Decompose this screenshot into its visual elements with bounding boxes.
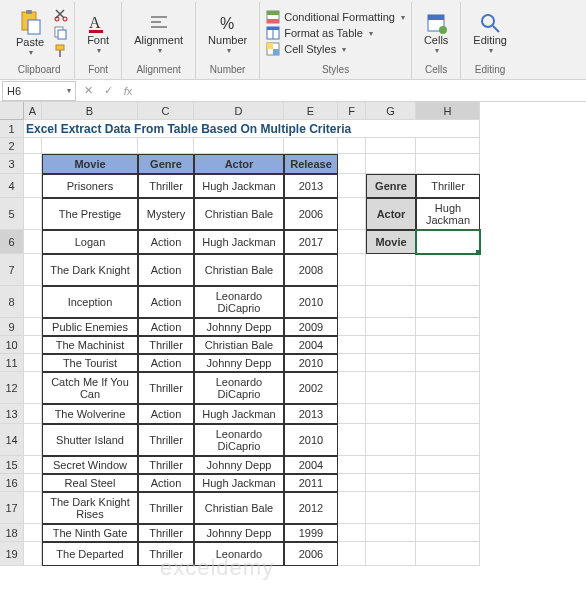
empty-cell[interactable] — [24, 318, 42, 336]
column-header-B[interactable]: B — [42, 102, 138, 120]
table-cell-genre[interactable]: Thriller — [138, 456, 194, 474]
conditional-formatting-button[interactable]: Conditional Formatting▾ — [266, 9, 405, 25]
empty-cell[interactable] — [338, 318, 366, 336]
empty-cell[interactable] — [416, 456, 480, 474]
table-cell-movie[interactable]: The Dark Knight Rises — [42, 492, 138, 524]
paste-button[interactable]: Paste ▾ — [10, 8, 50, 59]
table-cell-movie[interactable]: Secret Window — [42, 456, 138, 474]
criteria-value-actor[interactable]: Hugh Jackman — [416, 198, 480, 230]
empty-cell[interactable] — [338, 474, 366, 492]
table-cell-actor[interactable]: Christian Bale — [194, 336, 284, 354]
empty-cell[interactable] — [416, 286, 480, 318]
empty-cell[interactable] — [366, 404, 416, 424]
alignment-button[interactable]: Alignment ▾ — [128, 10, 189, 57]
empty-cell[interactable] — [338, 492, 366, 524]
empty-cell[interactable] — [24, 230, 42, 254]
table-cell-movie[interactable]: Prisoners — [42, 174, 138, 198]
table-cell-release[interactable]: 2012 — [284, 492, 338, 524]
empty-cell[interactable] — [366, 354, 416, 372]
table-cell-movie[interactable]: Shutter Island — [42, 424, 138, 456]
enter-formula-icon[interactable]: ✓ — [98, 84, 118, 97]
table-cell-release[interactable]: 2010 — [284, 424, 338, 456]
empty-cell[interactable] — [366, 254, 416, 286]
column-header-A[interactable]: A — [24, 102, 42, 120]
table-cell-genre[interactable]: Action — [138, 474, 194, 492]
empty-cell[interactable] — [338, 174, 366, 198]
empty-cell[interactable] — [416, 424, 480, 456]
table-cell-movie[interactable]: The Tourist — [42, 354, 138, 372]
empty-cell[interactable] — [338, 354, 366, 372]
table-header-actor[interactable]: Actor — [194, 154, 284, 174]
empty-cell[interactable] — [24, 372, 42, 404]
row-header-12[interactable]: 12 — [0, 372, 24, 404]
column-header-E[interactable]: E — [284, 102, 338, 120]
table-cell-movie[interactable]: Catch Me If You Can — [42, 372, 138, 404]
empty-cell[interactable] — [338, 254, 366, 286]
table-cell-release[interactable]: 2010 — [284, 354, 338, 372]
empty-cell[interactable] — [366, 154, 416, 174]
table-cell-movie[interactable]: The Wolverine — [42, 404, 138, 424]
empty-cell[interactable] — [416, 138, 480, 154]
table-cell-genre[interactable]: Thriller — [138, 524, 194, 542]
editing-button[interactable]: Editing ▾ — [467, 10, 513, 57]
empty-cell[interactable] — [24, 198, 42, 230]
empty-cell[interactable] — [366, 524, 416, 542]
table-cell-movie[interactable]: Inception — [42, 286, 138, 318]
table-cell-actor[interactable]: Leonardo DiCaprio — [194, 372, 284, 404]
empty-cell[interactable] — [24, 404, 42, 424]
empty-cell[interactable] — [194, 138, 284, 154]
table-cell-release[interactable]: 2013 — [284, 174, 338, 198]
table-header-genre[interactable]: Genre — [138, 154, 194, 174]
column-header-C[interactable]: C — [138, 102, 194, 120]
row-header-4[interactable]: 4 — [0, 174, 24, 198]
table-cell-genre[interactable]: Thriller — [138, 372, 194, 404]
table-cell-actor[interactable]: Johnny Depp — [194, 318, 284, 336]
empty-cell[interactable] — [24, 286, 42, 318]
empty-cell[interactable] — [416, 354, 480, 372]
table-cell-genre[interactable]: Action — [138, 254, 194, 286]
row-header-5[interactable]: 5 — [0, 198, 24, 230]
row-header-10[interactable]: 10 — [0, 336, 24, 354]
table-cell-movie[interactable]: The Dark Knight — [42, 254, 138, 286]
row-header-11[interactable]: 11 — [0, 354, 24, 372]
empty-cell[interactable] — [416, 404, 480, 424]
row-header-15[interactable]: 15 — [0, 456, 24, 474]
empty-cell[interactable] — [366, 456, 416, 474]
table-header-movie[interactable]: Movie — [42, 154, 138, 174]
cells-button[interactable]: Cells ▾ — [418, 10, 454, 57]
empty-cell[interactable] — [416, 492, 480, 524]
table-cell-genre[interactable]: Thriller — [138, 492, 194, 524]
table-cell-release[interactable]: 2004 — [284, 456, 338, 474]
criteria-label-actor[interactable]: Actor — [366, 198, 416, 230]
empty-cell[interactable] — [338, 230, 366, 254]
font-button[interactable]: A Font ▾ — [81, 10, 115, 57]
table-header-release[interactable]: Release — [284, 154, 338, 174]
table-cell-actor[interactable]: Johnny Depp — [194, 456, 284, 474]
empty-cell[interactable] — [416, 318, 480, 336]
empty-cell[interactable] — [366, 474, 416, 492]
table-cell-movie[interactable]: The Ninth Gate — [42, 524, 138, 542]
column-header-D[interactable]: D — [194, 102, 284, 120]
row-header-8[interactable]: 8 — [0, 286, 24, 318]
empty-cell[interactable] — [24, 354, 42, 372]
number-button[interactable]: % Number ▾ — [202, 10, 253, 57]
row-header-16[interactable]: 16 — [0, 474, 24, 492]
empty-cell[interactable] — [24, 474, 42, 492]
table-cell-genre[interactable]: Thriller — [138, 336, 194, 354]
table-cell-genre[interactable]: Action — [138, 354, 194, 372]
table-cell-actor[interactable]: Christian Bale — [194, 254, 284, 286]
empty-cell[interactable] — [366, 372, 416, 404]
empty-cell[interactable] — [366, 318, 416, 336]
table-cell-genre[interactable]: Thriller — [138, 542, 194, 566]
empty-cell[interactable] — [366, 492, 416, 524]
row-header-9[interactable]: 9 — [0, 318, 24, 336]
table-cell-movie[interactable]: Logan — [42, 230, 138, 254]
empty-cell[interactable] — [24, 424, 42, 456]
empty-cell[interactable] — [338, 542, 366, 566]
table-cell-actor[interactable]: Christian Bale — [194, 198, 284, 230]
empty-cell[interactable] — [24, 542, 42, 566]
empty-cell[interactable] — [416, 542, 480, 566]
empty-cell[interactable] — [338, 404, 366, 424]
empty-cell[interactable] — [24, 456, 42, 474]
cut-icon[interactable] — [54, 8, 68, 22]
